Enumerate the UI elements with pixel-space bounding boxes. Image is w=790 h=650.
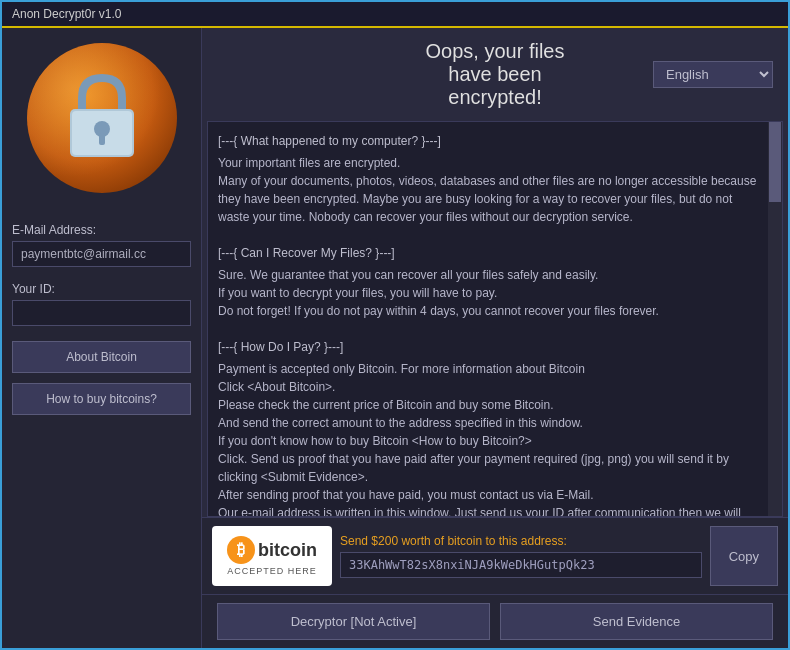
section2-body: Sure. We guarantee that you can recover …	[218, 266, 762, 320]
section3-body: Payment is accepted only Bitcoin. For mo…	[218, 360, 762, 516]
bottom-buttons: Decryptor [Not Active] Send Evidence	[202, 594, 788, 648]
main-content: E-Mail Address: Your ID: About Bitcoin H…	[2, 28, 788, 648]
bitcoin-bar: ₿ bitcoin ACCEPTED HERE Send $200 worth …	[202, 517, 788, 594]
title-bar: Anon Decrypt0r v1.0	[2, 2, 788, 28]
section1-header: [---{ What happened to my computer? }---…	[218, 132, 762, 150]
section2-header: [---{ Can I Recover My Files? }---]	[218, 244, 762, 262]
bitcoin-tagline: ACCEPTED HERE	[227, 566, 317, 576]
bitcoin-address-field[interactable]	[340, 552, 702, 578]
send-label: Send $200 worth of bitcoin to this addre…	[340, 534, 702, 548]
message-text: [---{ What happened to my computer? }---…	[208, 122, 782, 516]
copy-button[interactable]: Copy	[710, 526, 778, 586]
section3-header: [---{ How Do I Pay? }---]	[218, 338, 762, 356]
header-title: Oops, your files have been encrypted!	[402, 40, 587, 109]
right-panel: Oops, your files have been encrypted! En…	[202, 28, 788, 648]
section1-body: Your important files are encrypted.Many …	[218, 154, 762, 226]
svg-rect-3	[99, 133, 105, 145]
header-area: Oops, your files have been encrypted! En…	[202, 28, 788, 121]
bitcoin-address-area: Send $200 worth of bitcoin to this addre…	[340, 534, 702, 578]
how-to-buy-button[interactable]: How to buy bitcoins?	[12, 383, 191, 415]
main-window: Anon Decrypt0r v1.0 E-Mail Addr	[0, 0, 790, 650]
id-label: Your ID:	[12, 282, 55, 296]
about-bitcoin-button[interactable]: About Bitcoin	[12, 341, 191, 373]
btc-circle-icon: ₿	[227, 536, 255, 564]
window-title: Anon Decrypt0r v1.0	[12, 7, 121, 21]
email-input[interactable]	[12, 241, 191, 267]
bitcoin-logo: ₿ bitcoin ACCEPTED HERE	[212, 526, 332, 586]
bitcoin-logo-text: ₿ bitcoin	[227, 536, 317, 564]
lock-icon	[62, 73, 142, 163]
lock-icon-container	[27, 43, 177, 193]
text-area-container: [---{ What happened to my computer? }---…	[207, 121, 783, 517]
btc-word: bitcoin	[258, 540, 317, 561]
left-panel: E-Mail Address: Your ID: About Bitcoin H…	[2, 28, 202, 648]
id-input[interactable]	[12, 300, 191, 326]
decryptor-button[interactable]: Decryptor [Not Active]	[217, 603, 490, 640]
scrollbar-track[interactable]	[768, 122, 782, 516]
scrollbar-thumb[interactable]	[769, 122, 781, 202]
language-select[interactable]: English Russian German French Spanish	[653, 61, 773, 88]
email-label: E-Mail Address:	[12, 223, 96, 237]
send-evidence-button[interactable]: Send Evidence	[500, 603, 773, 640]
